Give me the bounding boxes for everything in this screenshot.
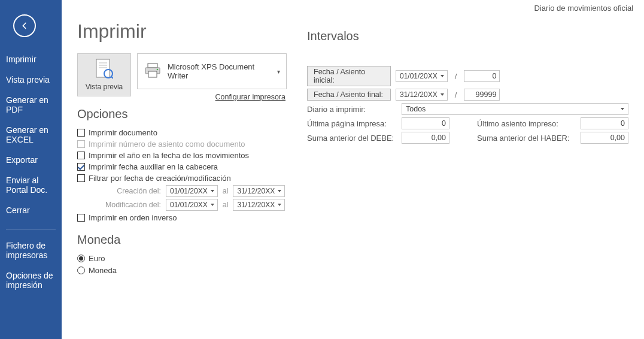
back-button[interactable]: [13, 14, 36, 37]
slash-sep: /: [455, 72, 457, 81]
asiento-inicial-input[interactable]: [464, 70, 500, 82]
fecha-inicial-date[interactable]: 01/01/20XX: [396, 70, 448, 82]
sidebar-item-cerrar[interactable]: Cerrar: [0, 200, 62, 220]
ultima-pagina-input[interactable]: [402, 117, 449, 129]
document-preview-icon: [95, 59, 113, 80]
chk-label: Imprimir número de asiento como document…: [89, 140, 245, 149]
diario-imprimir-label: Diario a imprimir:: [307, 105, 397, 114]
svg-rect-8: [148, 71, 157, 77]
sep-al: al: [223, 201, 229, 209]
checkbox-icon[interactable]: [77, 163, 85, 171]
chk-label: Imprimir el año en la fecha de los movim…: [89, 151, 249, 160]
suma-debe-label: Suma anterior del DEBE:: [307, 134, 397, 143]
ultima-pagina-label: Última página impresa:: [307, 119, 397, 128]
sidebar-item-generar-pdf[interactable]: Generar en PDF: [0, 90, 62, 120]
sidebar-item-exportar[interactable]: Exportar: [0, 150, 62, 170]
fecha-asiento-inicial-button[interactable]: Fecha / Asiento inicial:: [307, 66, 391, 86]
diario-imprimir-select[interactable]: Todos: [402, 103, 628, 115]
svg-rect-6: [148, 63, 157, 68]
radio-euro[interactable]: Euro: [77, 254, 287, 263]
sidebar-item-fichero-impresoras[interactable]: Fichero de impresoras: [0, 235, 62, 265]
checkbox-icon: [77, 140, 85, 148]
chk-imprimir-anio[interactable]: Imprimir el año en la fecha de los movim…: [77, 151, 287, 160]
svg-point-9: [157, 68, 159, 70]
modificacion-del-from[interactable]: 01/01/20XX: [166, 199, 218, 211]
sidebar-item-generar-excel[interactable]: Generar en EXCEL: [0, 120, 62, 150]
sidebar-item-enviar-portal[interactable]: Enviar al Portal Doc.: [0, 170, 62, 200]
suma-haber-label: Suma anterior del HABER:: [477, 134, 576, 143]
arrow-left-icon: [19, 20, 30, 31]
main-panel: Diario de movimientos oficial Imprimir: [62, 0, 644, 339]
radio-label: Moneda: [89, 266, 117, 275]
suma-haber-input[interactable]: [581, 132, 628, 144]
radio-label: Euro: [89, 254, 105, 263]
svg-line-5: [111, 77, 113, 78]
svg-rect-0: [96, 59, 110, 77]
fecha-final-date[interactable]: 31/12/20XX: [396, 89, 448, 101]
chk-imprimir-documento[interactable]: Imprimir documento: [77, 128, 287, 137]
moneda-heading: Moneda: [77, 233, 287, 247]
sidebar-item-opciones-impresion[interactable]: Opciones de impresión: [0, 265, 62, 295]
ultimo-asiento-input[interactable]: [581, 117, 628, 129]
printer-name: Microsoft XPS Document Writer: [168, 62, 271, 80]
checkbox-icon[interactable]: [77, 214, 85, 222]
sidebar-item-imprimir[interactable]: Imprimir: [0, 49, 62, 69]
slash-sep: /: [455, 90, 457, 99]
checkbox-icon[interactable]: [77, 129, 85, 137]
vista-previa-label: Vista previa: [86, 83, 123, 91]
creacion-del-from[interactable]: 01/01/20XX: [166, 185, 218, 197]
vista-previa-button[interactable]: Vista previa: [77, 53, 131, 96]
modificacion-del-label: Modificación del:: [95, 201, 161, 209]
ultimo-asiento-label: Último asiento impreso:: [477, 119, 576, 128]
backstage-sidebar: Imprimir Vista previa Generar en PDF Gen…: [0, 0, 62, 339]
radio-moneda[interactable]: Moneda: [77, 266, 287, 275]
creacion-del-label: Creación del:: [95, 187, 161, 195]
sidebar-item-vista-previa[interactable]: Vista previa: [0, 69, 62, 90]
printer-icon: [144, 63, 162, 80]
chk-imprimir-asiento-documento: Imprimir número de asiento como document…: [77, 140, 287, 149]
asiento-final-input[interactable]: [464, 89, 500, 101]
chk-label: Filtrar por fecha de creación/modificaci…: [89, 174, 231, 183]
radio-icon[interactable]: [77, 255, 85, 262]
creacion-del-to[interactable]: 31/12/20XX: [233, 185, 285, 197]
checkbox-icon[interactable]: [77, 174, 85, 182]
configurar-impresora-link[interactable]: Configurar impresora: [137, 93, 287, 101]
opciones-heading: Opciones: [77, 107, 287, 121]
fecha-asiento-final-button[interactable]: Fecha / Asiento final:: [307, 89, 391, 101]
chk-filtrar-fecha[interactable]: Filtrar por fecha de creación/modificaci…: [77, 174, 287, 183]
chevron-down-icon: ▾: [277, 68, 280, 75]
chk-orden-inverso[interactable]: Imprimir en orden inverso: [77, 213, 287, 222]
sidebar-separator: [6, 229, 56, 229]
chk-label: Imprimir fecha auxiliar en la cabecera: [89, 162, 218, 171]
printer-selector[interactable]: Microsoft XPS Document Writer ▾: [137, 53, 287, 89]
chk-label: Imprimir documento: [89, 128, 157, 137]
radio-icon[interactable]: [77, 267, 85, 274]
sep-al: al: [223, 187, 229, 195]
checkbox-icon[interactable]: [77, 152, 85, 159]
chk-label: Imprimir en orden inverso: [89, 213, 177, 222]
intervalos-heading: Intervalos: [307, 29, 628, 43]
modificacion-del-to[interactable]: 31/12/20XX: [233, 199, 285, 211]
chk-fecha-auxiliar[interactable]: Imprimir fecha auxiliar en la cabecera: [77, 162, 287, 171]
suma-debe-input[interactable]: [402, 132, 449, 144]
window-subtitle: Diario de movimientos oficial: [534, 4, 633, 13]
